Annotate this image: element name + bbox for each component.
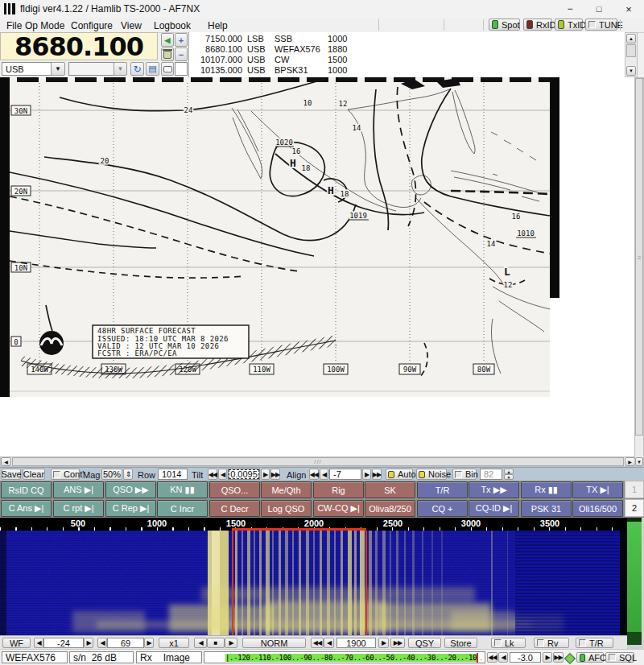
frequency-row[interactable]: 8680.100 USB WEFAX576 1880 xyxy=(189,44,625,55)
align-fast-up-button[interactable]: ▶▶ xyxy=(372,469,382,480)
status-mode[interactable]: WEFAX576 xyxy=(2,651,68,663)
save-button[interactable]: Save xyxy=(2,469,21,480)
macro-button[interactable]: Tx ▶▶ xyxy=(469,481,519,498)
macro-button[interactable]: C Incr xyxy=(157,500,208,517)
reverse-button[interactable]: Rv xyxy=(534,638,569,648)
fax-v-scrollbar[interactable]: ≡ ▼ xyxy=(634,77,644,467)
align-up-button[interactable]: ▶ xyxy=(362,469,371,480)
align-fast-down-button[interactable]: ◀◀ xyxy=(309,469,319,480)
macro-button[interactable]: Me/Qth xyxy=(261,481,312,498)
bandwidth-select[interactable] xyxy=(68,62,114,76)
rxid-button[interactable]: RxID xyxy=(523,19,552,31)
center-button[interactable]: ■ xyxy=(207,638,225,648)
qsy-button[interactable]: QSY xyxy=(408,638,441,648)
bin-stepper[interactable]: ▲ ▼ xyxy=(504,469,514,480)
macro-button[interactable]: CQ-ID ▶| xyxy=(469,500,519,517)
bandwidth-select-arrow[interactable]: ▼ xyxy=(114,62,127,76)
rig-refresh-button[interactable]: ↻ xyxy=(130,62,144,76)
menu-logbook[interactable]: Logbook xyxy=(154,20,191,31)
restore-frequency-button[interactable]: ◀ xyxy=(161,33,174,47)
waterfall-display[interactable] xyxy=(0,531,627,635)
tilt-fast-up-button[interactable]: ▶▶ xyxy=(270,469,280,480)
range-value[interactable]: 69 xyxy=(107,638,144,648)
frequency-list[interactable]: 7150.000 LSB SSB 1000 8680.100 USB WEFAX… xyxy=(188,32,625,77)
lock-button[interactable]: Lk xyxy=(491,638,526,648)
frequency-display[interactable]: 8680.100 xyxy=(0,32,158,60)
zoom-button[interactable]: x1 xyxy=(159,638,189,648)
afc-button[interactable]: AFC xyxy=(576,652,604,663)
store-button[interactable]: Store xyxy=(444,638,477,648)
menu-view[interactable]: View xyxy=(121,20,142,31)
comment-button[interactable] xyxy=(161,62,174,76)
scroll-down-icon[interactable]: ▼ xyxy=(635,457,643,466)
noise-button[interactable]: Noise xyxy=(416,469,447,480)
tilt-input[interactable]: 0.0095 xyxy=(228,469,260,480)
carrier-fast-down-button[interactable]: ◀◀ xyxy=(311,638,324,648)
scroll-left-icon[interactable]: ◀ xyxy=(1,457,11,466)
scrollbar-thumb[interactable]: ≡ xyxy=(635,78,643,436)
carrier-fast-up-button[interactable]: ▶▶ xyxy=(390,638,405,648)
logbook-button[interactable]: ▤ xyxy=(146,62,159,76)
carrier-up-button[interactable]: ▶ xyxy=(378,638,389,648)
macro-button[interactable]: QSO... xyxy=(209,481,260,498)
mode-select-arrow[interactable]: ▼ xyxy=(51,62,65,76)
close-button[interactable]: × xyxy=(613,0,644,18)
frequency-row[interactable]: 10135.000 USB BPSK31 1000 xyxy=(189,65,625,76)
raise-signal-button[interactable]: ▶ xyxy=(84,638,93,648)
raise-range-button[interactable]: ▶ xyxy=(144,638,154,648)
macro-button[interactable]: C Decr xyxy=(209,500,260,517)
macro-button[interactable]: C Ans ▶| xyxy=(1,500,52,517)
macro-button[interactable]: Log QSO xyxy=(261,500,312,517)
spot-button[interactable]: Spot xyxy=(489,19,520,31)
auto-center-button[interactable]: Auto xyxy=(386,469,413,480)
align-down-button[interactable]: ◀ xyxy=(320,469,328,480)
macro-set-2-button[interactable]: 2 xyxy=(625,499,644,517)
lower-range-button[interactable]: ◀ xyxy=(97,638,107,648)
menu-op-mode[interactable]: Op Mode xyxy=(25,20,64,31)
macro-set-1-button[interactable]: 1 xyxy=(625,481,644,498)
remove-frequency-button[interactable]: − xyxy=(175,48,188,61)
macro-button[interactable]: PSK 31 xyxy=(521,500,572,517)
scroll-right-button[interactable]: ▶ xyxy=(225,638,237,648)
bin-button[interactable]: Bin xyxy=(452,469,477,480)
tilt-up-button[interactable]: ▶ xyxy=(261,469,270,480)
macro-button[interactable]: Oli16/500 xyxy=(572,500,623,517)
txid-button[interactable]: TxID xyxy=(555,19,583,31)
lower-signal-value[interactable]: -24 xyxy=(43,638,84,648)
frequency-row[interactable]: 10107.000 USB CW 1500 xyxy=(189,55,625,65)
macro-button[interactable]: KN ▮▮ xyxy=(157,481,208,498)
carrier-down-button[interactable]: ◀ xyxy=(324,638,334,648)
menu-file[interactable]: File xyxy=(6,20,22,31)
scroll-left-button[interactable]: ◀ xyxy=(194,638,207,648)
maximize-button[interactable]: □ xyxy=(584,0,613,18)
txrx-button[interactable]: T/R xyxy=(576,638,613,648)
macro-button[interactable]: RsID CQ xyxy=(1,481,52,498)
lower-signal-button[interactable]: ◀ xyxy=(34,638,43,648)
scrollbar-thumb[interactable]: /// xyxy=(12,457,624,466)
continuous-button[interactable]: Cont' xyxy=(51,469,80,480)
scrollbar-thumb[interactable] xyxy=(626,44,636,57)
frequency-list-scrollbar[interactable]: ▲ ▼ xyxy=(625,32,638,77)
mag-stepper[interactable]: ⇕ xyxy=(123,469,133,480)
offset-up-button[interactable]: ▶ xyxy=(543,652,552,663)
mode-select[interactable]: USB xyxy=(2,62,52,76)
offset-down-button[interactable]: ◀ xyxy=(498,652,508,663)
clear-button[interactable]: Clear xyxy=(23,469,45,480)
offset-fast-up-button[interactable]: ▶▶ xyxy=(553,652,564,663)
row-input[interactable]: 1014 xyxy=(158,469,188,480)
offset-value[interactable]: -3.0 xyxy=(510,652,541,663)
macro-button[interactable]: C Rep ▶| xyxy=(105,500,156,517)
carrier-value[interactable]: 1900 xyxy=(336,638,376,648)
delete-frequency-button[interactable] xyxy=(161,48,174,61)
macro-button[interactable]: Rig xyxy=(313,481,364,498)
tune-button[interactable]: TUNE xyxy=(585,19,617,31)
macro-button[interactable]: CQ + xyxy=(417,500,468,517)
macro-button[interactable]: Oliva8/250 xyxy=(365,500,415,517)
tilt-fast-down-button[interactable]: ◀◀ xyxy=(208,469,217,480)
macro-button[interactable]: TX ▶| xyxy=(572,481,623,498)
menu-help[interactable]: Help xyxy=(208,20,228,31)
fax-h-scrollbar[interactable]: ◀ /// ▶ xyxy=(0,456,634,467)
macro-button[interactable]: Rx ▮▮ xyxy=(521,481,572,498)
scroll-up-icon[interactable]: ▲ xyxy=(626,34,636,43)
tilt-down-button[interactable]: ◀ xyxy=(218,469,227,480)
